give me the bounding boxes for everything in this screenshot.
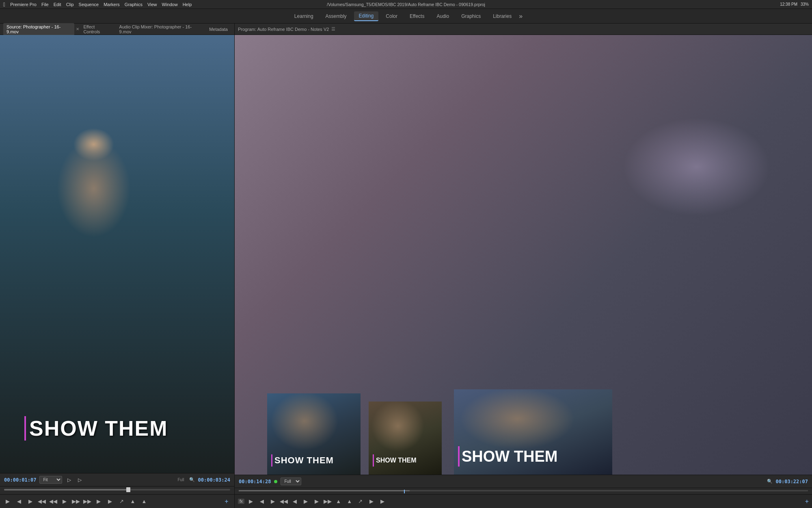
prog-multicam-btn[interactable]: ▶ [246, 497, 255, 506]
source-video-overlay [0, 35, 234, 473]
workspace-tabs: Learning Assembly Editing Color Effects … [0, 9, 812, 24]
program-menu-icon[interactable]: ☰ [331, 26, 335, 32]
thumb-2-bar [373, 454, 374, 467]
menubar-right: 12:38 PM 33% [780, 2, 809, 7]
source-go-out-btn[interactable]: ▶▶ [83, 497, 92, 506]
view-menu[interactable]: View [147, 2, 157, 7]
thumb-1[interactable]: SHOW THEM [267, 393, 361, 475]
source-go-in-btn[interactable]: ◀◀ [37, 497, 46, 506]
program-status-dot [274, 480, 277, 483]
source-full-label: Full [177, 478, 184, 482]
tab-assembly[interactable]: Assembly [321, 12, 352, 21]
source-show-them-text: SHOW THEM [29, 416, 168, 441]
program-scrubber[interactable] [235, 488, 812, 494]
mac-menubar:  Premiere Pro File Edit Clip Sequence M… [0, 0, 812, 9]
source-mark-out-btn[interactable]: ▶ [26, 497, 35, 506]
source-set-in-btn[interactable]: ▷ [65, 476, 73, 484]
thumb-3-bar [458, 446, 460, 467]
source-overwrite-btn[interactable]: ▶ [106, 497, 114, 506]
tab-learning[interactable]: Learning [289, 12, 318, 21]
source-video-display: SHOW THEM [0, 35, 234, 473]
source-timecode: 00:00:01:07 [4, 477, 36, 483]
prog-lift-btn[interactable]: ▲ [334, 497, 343, 506]
source-export-btn[interactable]: ↗ [117, 497, 126, 506]
source-duration: 00:00:03:24 [198, 477, 230, 483]
edit-menu[interactable]: Edit [54, 2, 61, 7]
tabs-more[interactable]: » [519, 13, 523, 20]
thumb-2[interactable]: SHOW THEM [369, 402, 442, 475]
fx-badge[interactable]: fx [238, 499, 244, 504]
source-panel-tabs: Source: Photographer - 16-9.mov ✕ Effect… [0, 24, 234, 35]
program-transport-bar: 00:00:14:28 Full Fit 50% 🔍 00:03:22:07 [235, 475, 812, 488]
program-fit-dropdown[interactable]: Full Fit 50% [281, 478, 301, 485]
prog-camera-btn[interactable]: ▶ [367, 497, 376, 506]
graphics-menu[interactable]: Graphics [125, 2, 143, 7]
program-add-btn[interactable]: + [805, 498, 809, 505]
source-tab-metadata[interactable]: Metadata [206, 26, 231, 33]
source-mark-in-btn[interactable]: ◀ [15, 497, 24, 506]
source-tab-effects[interactable]: Effect Controls [80, 23, 115, 35]
sequence-menu[interactable]: Sequence [79, 2, 99, 7]
prog-step-frame-back-btn[interactable]: ◀ [290, 497, 299, 506]
source-icon-row: ▶ ◀ ▶ ◀◀ ◀◀ ▶ ▶▶ ▶▶ ▶ ▶ ↗ ▲ ▲ + [0, 494, 234, 508]
help-menu[interactable]: Help [183, 2, 192, 7]
program-scrubber-track[interactable] [239, 490, 808, 491]
multi-cam-display: SHOW THEM SHOW THEM [235, 35, 812, 475]
source-insert-btn[interactable]: ▶ [94, 497, 103, 506]
tab-color[interactable]: Color [381, 12, 402, 21]
source-add-clip-btn[interactable]: ▶ [3, 497, 12, 506]
source-text-overlay: SHOW THEM [24, 416, 168, 441]
tab-editing[interactable]: Editing [354, 11, 379, 21]
program-playhead[interactable] [404, 490, 405, 493]
prog-step-frame-fwd-btn[interactable]: ▶ [312, 497, 321, 506]
prog-step-back-btn[interactable]: ◀◀ [279, 497, 288, 506]
prog-mark-out-btn[interactable]: ▶ [268, 497, 277, 506]
prog-mark-in-btn[interactable]: ◀ [257, 497, 266, 506]
apple-menu[interactable]:  [3, 1, 5, 8]
menubar-time: 12:38 PM [780, 2, 797, 7]
multi-cam-thumbnails: SHOW THEM SHOW THEM [235, 385, 812, 475]
source-scrubber-head[interactable] [126, 487, 130, 492]
thumb-1-person [267, 393, 361, 462]
source-scrubber[interactable] [0, 486, 234, 494]
thumb-3[interactable]: SHOW THEM [454, 389, 612, 475]
source-tab-mixer[interactable]: Audio Clip Mixer: Photographer - 16-9.mo… [116, 23, 205, 35]
program-duration: 00:03:22:07 [776, 479, 808, 484]
text-accent-bar [24, 416, 26, 441]
tab-effects[interactable]: Effects [405, 12, 429, 21]
thumb-3-text-overlay: SHOW THEM [458, 446, 557, 467]
prog-step-fwd-btn[interactable]: ▶▶ [323, 497, 332, 506]
tab-libraries[interactable]: Libraries [488, 12, 516, 21]
source-transport-bar: 00:00:01:07 Fit 25% 50% 100% ▷ ▷ Full 🔍 … [0, 473, 234, 486]
tab-graphics[interactable]: Graphics [456, 12, 486, 21]
source-lift-btn[interactable]: ▲ [128, 497, 137, 506]
source-fit-dropdown[interactable]: Fit 25% 50% 100% [39, 476, 62, 484]
prog-settings-btn[interactable]: ▶ [378, 497, 387, 506]
source-set-out-btn[interactable]: ▷ [76, 476, 83, 484]
source-extract-btn[interactable]: ▲ [140, 497, 149, 506]
thumb-3-text: SHOW THEM [462, 448, 557, 465]
markers-menu[interactable]: Markers [104, 2, 120, 7]
source-add-btn[interactable]: + [222, 497, 231, 506]
menubar-battery: 33% [801, 2, 809, 7]
window-menu[interactable]: Window [162, 2, 178, 7]
prog-play-btn[interactable]: ▶ [301, 497, 310, 506]
source-step-fwd-btn[interactable]: ▶▶ [71, 497, 80, 506]
program-monitor: SHOW THEM SHOW THEM [235, 35, 812, 475]
thumb-1-text: SHOW THEM [274, 455, 334, 466]
app-name-menu[interactable]: Premiere Pro [10, 2, 37, 7]
prog-extract-btn[interactable]: ▲ [345, 497, 354, 506]
program-tab-title: Program: Auto Reframe IBC Demo - Notes V… [238, 27, 329, 32]
program-scrubber-played [239, 490, 410, 491]
source-step-back-btn[interactable]: ◀◀ [49, 497, 58, 506]
source-tab-close[interactable]: ✕ [76, 27, 79, 31]
clip-menu[interactable]: Clip [66, 2, 74, 7]
source-tab-active[interactable]: Source: Photographer - 16-9.mov [3, 23, 74, 35]
source-scrubber-track[interactable] [4, 489, 230, 491]
source-play-btn[interactable]: ▶ [60, 497, 69, 506]
tab-audio[interactable]: Audio [432, 12, 454, 21]
thumb-1-bar [271, 454, 272, 467]
file-menu[interactable]: File [41, 2, 49, 7]
prog-export-btn[interactable]: ↗ [356, 497, 365, 506]
source-monitor: SHOW THEM [0, 35, 234, 473]
